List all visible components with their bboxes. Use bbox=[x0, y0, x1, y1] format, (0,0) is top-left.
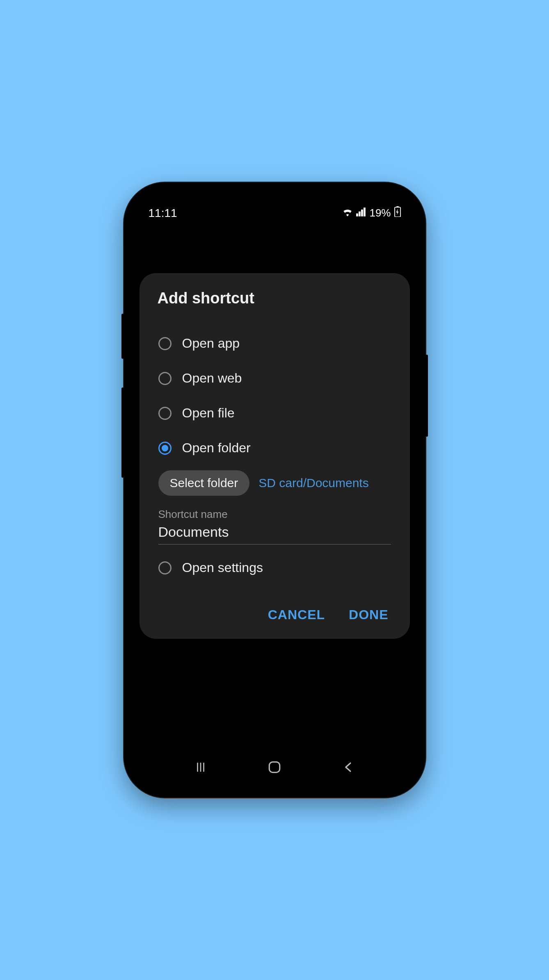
dialog-title: Add shortcut bbox=[158, 289, 394, 307]
radio-label: Open web bbox=[182, 371, 242, 386]
power-button bbox=[425, 355, 428, 437]
battery-percent: 19% bbox=[369, 207, 391, 219]
shortcut-name-field: Shortcut name bbox=[158, 508, 391, 545]
navigation-bar bbox=[131, 758, 418, 776]
radio-icon bbox=[158, 407, 172, 420]
signal-icon bbox=[356, 207, 366, 219]
radio-open-settings[interactable]: Open settings bbox=[155, 550, 394, 585]
radio-icon bbox=[158, 561, 172, 574]
svg-rect-1 bbox=[396, 206, 399, 207]
recents-button[interactable] bbox=[192, 758, 210, 776]
wifi-icon bbox=[342, 207, 353, 219]
dialog-actions: CANCEL DONE bbox=[155, 603, 394, 627]
radio-label: Open settings bbox=[182, 560, 263, 575]
status-right: 19% bbox=[342, 206, 400, 220]
status-time: 11:11 bbox=[149, 207, 177, 220]
status-bar: 11:11 19% bbox=[131, 190, 418, 220]
shortcut-name-label: Shortcut name bbox=[158, 508, 391, 521]
radio-icon-selected bbox=[158, 442, 172, 455]
shortcut-name-input[interactable] bbox=[158, 522, 391, 545]
radio-open-web[interactable]: Open web bbox=[155, 361, 394, 396]
radio-label: Open app bbox=[182, 336, 240, 351]
add-shortcut-dialog: Add shortcut Open app Open web Open file… bbox=[140, 273, 410, 639]
done-button[interactable]: DONE bbox=[347, 603, 390, 627]
back-button[interactable] bbox=[339, 758, 357, 776]
cancel-button[interactable]: CANCEL bbox=[266, 603, 327, 627]
radio-label: Open file bbox=[182, 406, 235, 421]
radio-open-file[interactable]: Open file bbox=[155, 396, 394, 431]
select-folder-button[interactable]: Select folder bbox=[158, 470, 250, 496]
volume-button bbox=[121, 387, 124, 478]
selected-folder-path[interactable]: SD card/Documents bbox=[258, 476, 368, 490]
radio-open-app[interactable]: Open app bbox=[155, 326, 394, 361]
radio-icon bbox=[158, 337, 172, 350]
screen: 11:11 19% Add shortcut Open app bbox=[131, 190, 418, 790]
phone-frame: 11:11 19% Add shortcut Open app bbox=[124, 182, 425, 798]
svg-rect-2 bbox=[269, 762, 280, 773]
side-button bbox=[121, 314, 124, 359]
folder-selection-row: Select folder SD card/Documents bbox=[158, 470, 394, 496]
radio-icon bbox=[158, 372, 172, 385]
home-button[interactable] bbox=[265, 758, 284, 776]
radio-open-folder[interactable]: Open folder bbox=[155, 431, 394, 465]
battery-charging-icon bbox=[394, 206, 401, 220]
radio-label: Open folder bbox=[182, 440, 251, 456]
